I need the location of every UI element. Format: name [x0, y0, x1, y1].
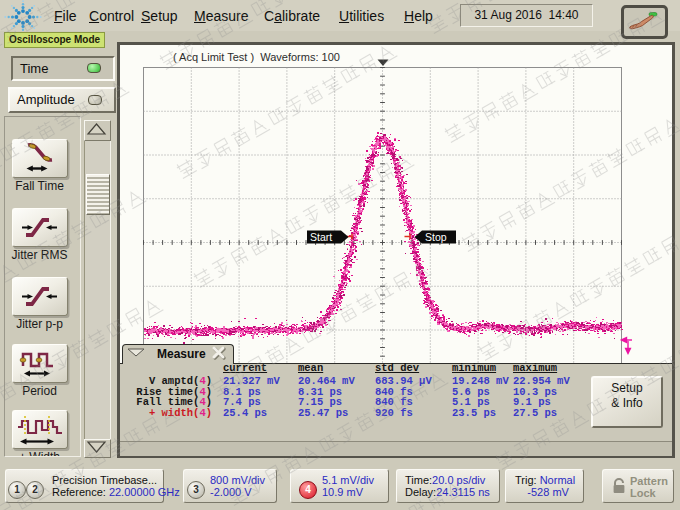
svg-text:Start: Start [310, 231, 332, 243]
svg-text:Stop: Stop [425, 231, 447, 243]
